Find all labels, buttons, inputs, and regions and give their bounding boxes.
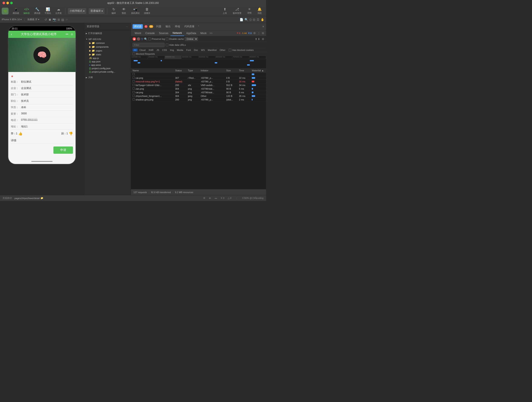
inner-tab-console[interactable]: Console <box>143 30 157 36</box>
maximize-button[interactable] <box>10 2 13 4</box>
filter-icon[interactable]: ▽ <box>141 38 143 41</box>
network-settings-icon[interactable]: ⚙ <box>262 38 264 41</box>
settings-icon-bottom[interactable]: ⚙ <box>203 197 205 199</box>
screenshot-icon[interactable]: 📷 <box>53 18 56 21</box>
compile-dropdown[interactable]: 普通编译 ▾ <box>89 8 104 14</box>
file-project-private[interactable]: {} project.private.config... <box>84 70 131 73</box>
disable-cache-checkbox[interactable]: Disable cache <box>166 38 184 40</box>
close-button[interactable] <box>3 2 5 4</box>
more-icon-bottom[interactable]: ••• <box>215 197 217 199</box>
type-img-btn[interactable]: Img <box>169 49 175 51</box>
hand-icon[interactable]: ✋ <box>261 18 264 21</box>
layout2-icon[interactable]: ▤ <box>61 18 64 21</box>
import-btn[interactable]: ⬆ <box>255 38 257 41</box>
detail-btn[interactable]: ≡ 详情 <box>245 6 254 16</box>
file-app-wxss[interactable]: ≈ app.wxss <box>84 63 131 67</box>
type-js-btn[interactable]: JS <box>155 49 160 51</box>
table-row[interactable]: zhiyezhiwei_fengmian1... 304 jpeg Other … <box>131 94 266 98</box>
record-stop-btn[interactable]: ⏺ <box>133 37 136 41</box>
inner-tab-sources[interactable]: Sources <box>157 30 171 36</box>
folder-components[interactable]: ▶ 📁 components <box>84 45 131 49</box>
folder-common[interactable]: ▶ 📁 common <box>84 41 131 45</box>
type-font-btn[interactable]: Font <box>185 49 192 51</box>
eye-icon-bottom[interactable]: 👁 <box>209 197 211 199</box>
layout-icon[interactable]: ⊞ <box>57 18 60 21</box>
more-options-icon[interactable]: ⋮ <box>257 31 261 35</box>
project-header[interactable]: ▼ MP-WEIXIN <box>84 37 131 41</box>
outline-header[interactable]: ▶ 大纲 <box>84 75 131 80</box>
inner-tab-mock[interactable]: Mock <box>198 30 209 36</box>
thumbup-icon[interactable]: 👍 <box>18 132 23 136</box>
file-panel-more-btn[interactable]: ··· <box>126 25 128 28</box>
table-row[interactable]: list?page=1&limit=10&r... 200 xhr VM9 as… <box>131 83 266 87</box>
tab-terminal[interactable]: 终端 <box>174 24 181 29</box>
open-editors-header[interactable]: ▶ 打开的编辑器 <box>84 31 131 36</box>
table-row[interactable]: mescroll-totop.png?v=1 (failed) :43798/_… <box>131 80 266 83</box>
blocked-requests-check[interactable] <box>133 53 135 55</box>
compile-btn[interactable]: ↻ 编译 <box>109 6 118 16</box>
inner-tab-appdata[interactable]: AppData <box>184 30 198 36</box>
filter-input[interactable] <box>133 43 165 47</box>
tab-issues[interactable]: 问题 <box>155 24 163 29</box>
stop-icon[interactable]: ⏹ <box>48 18 51 21</box>
tab-code-quality[interactable]: 代码质量 <box>183 24 196 29</box>
clear-network-btn[interactable]: 🚫 <box>137 37 140 41</box>
preserve-log-check[interactable] <box>148 38 151 40</box>
inspect-icon[interactable]: 🔍 <box>245 18 248 21</box>
export-btn[interactable]: ⬇ <box>258 38 260 41</box>
tab-output[interactable]: 输出 <box>164 24 172 29</box>
message-btn[interactable]: 🔔 消息 <box>255 6 264 16</box>
expand-icon[interactable]: ⌃ <box>197 25 200 28</box>
refresh-icon[interactable]: ↺ <box>44 18 47 21</box>
preserve-log-checkbox[interactable]: Preserve log <box>148 38 165 40</box>
undock-icon[interactable]: ⧉ <box>261 31 264 35</box>
hot-reload-btn[interactable]: 热重载 开 ▾ <box>27 18 39 21</box>
settings-icon[interactable]: ⚙ <box>253 31 256 35</box>
type-media-btn[interactable]: Media <box>176 49 184 51</box>
file-project-config[interactable]: {} project.config.json <box>84 67 131 70</box>
type-other-btn[interactable]: Other <box>218 49 227 51</box>
table-row[interactable] <box>131 73 266 76</box>
more-icon[interactable]: ☰ <box>257 18 260 21</box>
search-icon[interactable]: 🔍 <box>144 38 147 41</box>
tab-debugger[interactable]: 调试器 <box>133 24 143 29</box>
type-all-btn[interactable]: All <box>133 49 138 51</box>
upload-btn[interactable]: ⬆ 上传 <box>220 6 229 16</box>
home-icon[interactable]: ⊙ <box>71 33 73 36</box>
hide-urls-check[interactable] <box>166 44 168 46</box>
device-selector[interactable]: iPhone X 85% 16 ▾ <box>2 18 22 21</box>
devices-icon[interactable]: ⊟ <box>253 18 255 21</box>
throttle-select[interactable]: Online <box>185 37 198 41</box>
close-devtools-btn[interactable]: ✕ <box>262 25 264 28</box>
simulator-btn[interactable]: 📱 模拟器 <box>11 6 21 16</box>
wxml-icon[interactable]: ⟨⟩ <box>249 18 252 21</box>
type-cloud-btn[interactable]: Cloud <box>138 49 147 51</box>
back-icon[interactable]: ‹ <box>11 32 12 36</box>
minimize-button[interactable] <box>6 2 9 4</box>
blocked-cookies-check[interactable] <box>229 49 231 51</box>
folder-static[interactable]: ▶ 📁 static <box>84 53 131 57</box>
cloud-btn[interactable]: ☁ 云开发 <box>54 6 63 16</box>
debugger-btn[interactable]: 🔧 调试器 <box>32 6 42 16</box>
file-app-json[interactable]: {} app.json <box>84 60 131 63</box>
type-manifest-btn[interactable]: Manifest <box>206 49 218 51</box>
clear-cache-btn[interactable]: 🗑 清缓存 <box>142 6 152 16</box>
table-row[interactable]: zan.png 304 png :43798/stat... 90 B 5 ms <box>131 87 266 91</box>
type-xhr-btn[interactable]: XHR <box>147 49 155 51</box>
cursor-icon[interactable]: ☞ <box>65 18 68 21</box>
version-btn[interactable]: ⎇ 版本管理 <box>230 6 244 16</box>
type-doc-btn[interactable]: Doc <box>193 49 199 51</box>
table-row[interactable]: cai.png 304 png :43798/stat... 90 B 6 ms <box>131 91 266 94</box>
type-css-btn[interactable]: CSS <box>161 49 168 51</box>
more-tabs-btn[interactable]: >> <box>209 32 212 35</box>
inner-tab-wxml[interactable]: Wxml <box>133 30 143 36</box>
menu-dots-icon[interactable]: ••• <box>66 33 68 36</box>
real-debug-btn[interactable]: 📲 真机调试 <box>129 6 141 16</box>
pages-icon[interactable]: 📄 <box>240 18 243 21</box>
mode-dropdown[interactable]: 小程序模式 ▾ <box>68 8 86 14</box>
hide-urls-checkbox[interactable]: Hide data URLs <box>166 44 186 46</box>
visualize-btn[interactable]: 📊 可视化 <box>43 6 53 16</box>
type-ws-btn[interactable]: WS <box>200 49 206 51</box>
thumbdown-icon[interactable]: 👎 <box>69 132 73 136</box>
apply-button[interactable]: 申请 <box>53 147 73 154</box>
